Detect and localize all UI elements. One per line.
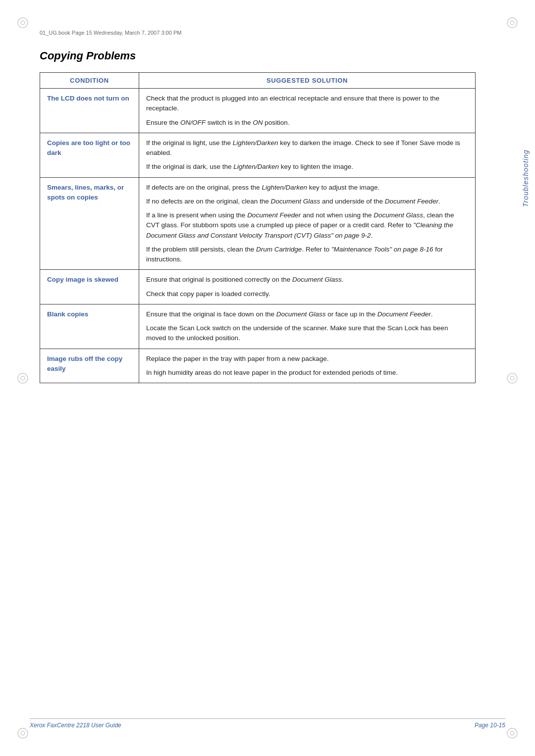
solution-text: Check that the product is plugged into a… xyxy=(146,94,468,114)
svg-point-9 xyxy=(21,376,25,380)
condition-cell: Image rubs off the copy easily xyxy=(40,349,139,383)
solution-text: If a line is present when using the Docu… xyxy=(146,210,468,241)
table-header-row: CONDITION SUGGESTED SOLUTION xyxy=(40,73,476,89)
reg-mark-bl xyxy=(15,725,31,741)
svg-point-11 xyxy=(510,376,514,380)
col-header-condition: CONDITION xyxy=(40,73,139,89)
footer-left: Xerox FaxCentre 2218 User Guide xyxy=(30,722,121,729)
page-title: Copying Problems xyxy=(30,50,505,62)
table-row: Copy image is skewed Ensure that origina… xyxy=(40,270,476,304)
solution-cell: Ensure that original is positioned corre… xyxy=(139,270,476,304)
reg-mark-tr xyxy=(504,15,520,31)
svg-point-0 xyxy=(18,18,28,28)
solution-text: If the original is light, use the Lighte… xyxy=(146,138,468,158)
svg-point-5 xyxy=(21,731,25,735)
condition-cell: Blank copies xyxy=(40,304,139,349)
solution-cell: If defects are on the original, press th… xyxy=(139,177,476,270)
solution-cell: Check that the product is plugged into a… xyxy=(139,89,476,133)
solution-text: Check that copy paper is loaded correctl… xyxy=(146,289,468,299)
reg-mark-mr xyxy=(504,370,520,386)
solution-text: Locate the Scan Lock switch on the under… xyxy=(146,323,468,344)
condition-cell: Copies are too light or too dark xyxy=(40,133,139,177)
solution-text: If defects are on the original, press th… xyxy=(146,183,468,193)
sidebar-label: Troubleshooting xyxy=(516,99,535,257)
problems-table: CONDITION SUGGESTED SOLUTION The LCD doe… xyxy=(40,72,476,383)
footer-right: Page 10-15 xyxy=(475,722,505,729)
svg-point-7 xyxy=(510,731,514,735)
table-row: Image rubs off the copy easily Replace t… xyxy=(40,349,476,383)
svg-point-2 xyxy=(507,18,517,28)
reg-mark-br xyxy=(504,725,520,741)
reg-mark-ml xyxy=(15,370,31,386)
solution-cell: Replace the paper in the tray with paper… xyxy=(139,349,476,383)
page-outer: Troubleshooting 01_UG.book Page 15 Wedne… xyxy=(0,0,535,756)
svg-point-3 xyxy=(510,21,514,25)
header-file-info: 01_UG.book Page 15 Wednesday, March 7, 2… xyxy=(30,30,505,36)
solution-cell: Ensure that the original is face down on… xyxy=(139,304,476,349)
condition-cell: Copy image is skewed xyxy=(40,270,139,304)
svg-point-4 xyxy=(18,728,28,738)
table-row: Copies are too light or too dark If the … xyxy=(40,133,476,177)
solution-text: Ensure that the original is face down on… xyxy=(146,309,468,319)
col-header-solution: SUGGESTED SOLUTION xyxy=(139,73,476,89)
solution-cell: If the original is light, use the Lighte… xyxy=(139,133,476,177)
solution-text: In high humidity areas do not leave pape… xyxy=(146,368,468,378)
svg-point-6 xyxy=(507,728,517,738)
solution-text: If the problem still persists, clean the… xyxy=(146,245,468,265)
condition-cell: Smears, lines, marks, or spots on copies xyxy=(40,177,139,270)
solution-text: If no defects are on the original, clean… xyxy=(146,197,468,206)
solution-text: If the original is dark, use the Lighten… xyxy=(146,162,468,172)
table-row: The LCD does not turn on Check that the … xyxy=(40,89,476,133)
table-row: Smears, lines, marks, or spots on copies… xyxy=(40,177,476,270)
solution-text: Replace the paper in the tray with paper… xyxy=(146,354,468,364)
svg-point-8 xyxy=(18,373,28,383)
solution-text: Ensure that original is positioned corre… xyxy=(146,275,468,285)
main-content: CONDITION SUGGESTED SOLUTION The LCD doe… xyxy=(30,72,505,383)
svg-point-10 xyxy=(507,373,517,383)
table-row: Blank copies Ensure that the original is… xyxy=(40,304,476,349)
solution-text: Ensure the ON/OFF switch is in the ON po… xyxy=(146,118,468,128)
reg-mark-tl xyxy=(15,15,31,31)
svg-point-1 xyxy=(21,21,25,25)
condition-cell: The LCD does not turn on xyxy=(40,89,139,133)
footer-bar: Xerox FaxCentre 2218 User Guide Page 10-… xyxy=(30,718,505,729)
